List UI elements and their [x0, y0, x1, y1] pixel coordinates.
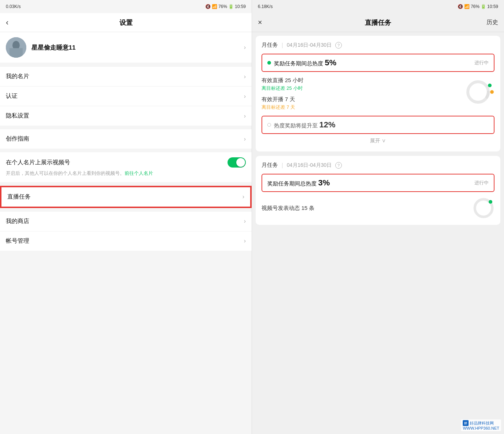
toggle-label: 在个人名片上展示视频号	[6, 159, 70, 166]
time-left: 10:59	[235, 4, 246, 9]
status-bar-left: 0.03K/s 🔇 📶 76% 🔋 10:59	[0, 0, 252, 13]
battery-left: 76%	[218, 4, 227, 9]
help-icon-2[interactable]: ?	[335, 162, 342, 169]
progress-item-1: 有效直播 25 小时 离目标还差 25 小时	[261, 77, 461, 92]
mute-icon-r: 🔇	[458, 4, 463, 9]
battery-icon-left: 🔋	[228, 4, 234, 9]
menu-item-privacy[interactable]: 隐私设置 ›	[0, 106, 252, 126]
menu-item-guide[interactable]: 创作指南 ›	[0, 129, 252, 149]
live-task-content: 月任务 | 04月16日-04月30日 ? 奖励任务期间总热度 5% 进行中 有…	[252, 32, 504, 434]
right-phone: 6.18K/s 🔇 📶 76% 🔋 10:59 × 直播任务 历史 月任务 | …	[252, 0, 504, 434]
watermark: 好 好品牌科技网 WWW.HPP360.NET	[461, 419, 501, 431]
reward-dot-empty	[267, 123, 271, 127]
menu-group-4: 我的商店 › 帐号管理 ›	[0, 212, 252, 251]
month-label-1: 月任务	[261, 42, 278, 49]
menu-item-auth[interactable]: 认证 ›	[0, 87, 252, 106]
progress-title-1: 有效直播 25 小时	[261, 77, 461, 84]
status-bar-right: 6.18K/s 🔇 📶 76% 🔋 10:59	[252, 0, 504, 13]
profile-section: 星星偷走睡意11 ›	[0, 32, 252, 63]
task-status-2: 进行中	[474, 180, 489, 186]
watermark-url: WWW.HPP360.NET	[463, 426, 499, 430]
month-label-2: 月任务	[261, 162, 278, 169]
toggle-section: 在个人名片上展示视频号 开启后，其他人可以在你的个人名片上看到你的视频号。前往个…	[0, 152, 252, 182]
donut-dot-green	[488, 84, 492, 87]
close-button[interactable]: ×	[258, 18, 262, 27]
menu-group-1: 我的名片 › 认证 › 隐私设置 ›	[0, 67, 252, 126]
task-status-1: 进行中	[474, 59, 489, 66]
task-card-2: 月任务 | 04月16日-04月30日 ? 奖励任务期间总热度 3% 进行中 视…	[256, 156, 500, 225]
toggle-switch[interactable]	[228, 157, 246, 168]
task-text-1: 奖励任务期间总热度 5%	[274, 58, 474, 68]
task-text-2: 奖励任务期间总热度 3%	[267, 178, 474, 188]
progress-item-2: 有效开播 7 天 离目标还差 7 天	[261, 96, 461, 111]
network-speed-left: 0.03K/s	[6, 4, 21, 9]
progress-title-2: 有效开播 7 天	[261, 96, 461, 103]
menu-group-2: 创作指南 ›	[0, 129, 252, 149]
donut2-container	[473, 197, 495, 219]
progress-subtitle-1: 离目标还差 25 小时	[261, 85, 461, 92]
menu-item-account[interactable]: 帐号管理 ›	[0, 231, 252, 251]
progress-area-1: 有效直播 25 小时 离目标还差 25 小时 有效开播 7 天 离目标还差 7 …	[261, 77, 495, 111]
battery-icon-right: 🔋	[481, 4, 486, 9]
task-dot-green-1	[267, 61, 271, 65]
status-icons-left: 🔇 📶 76% 🔋 10:59	[205, 4, 246, 9]
task-highlight-1: 奖励任务期间总热度 5% 进行中	[261, 54, 495, 72]
expand-button[interactable]: 展开 ∨	[261, 134, 495, 146]
battery-right: 76%	[471, 4, 480, 9]
toggle-desc: 开启后，其他人可以在你的个人名片上看到你的视频号。前往个人名片	[6, 170, 246, 177]
live-task-nav: × 直播任务 历史	[252, 13, 504, 32]
task-highlight-2: 奖励任务期间总热度 3% 进行中	[261, 174, 495, 192]
profile-name: 星星偷走睡意11	[31, 43, 244, 52]
svg-point-4	[468, 82, 488, 102]
settings-title: 设置	[119, 18, 133, 27]
left-phone: 0.03K/s 🔇 📶 76% 🔋 10:59 ‹ 设置	[0, 0, 252, 434]
task-header-2: 月任务 | 04月16日-04月30日 ?	[261, 162, 495, 169]
watermark-brand: 好品牌科技网	[470, 420, 494, 426]
menu-item-live-task[interactable]: 直播任务 ›	[1, 187, 251, 207]
progress2-title-1: 视频号发表动态 15 条	[261, 205, 468, 212]
menu-item-shop[interactable]: 我的商店 ›	[0, 212, 252, 231]
svg-rect-3	[9, 48, 23, 58]
task-header-1: 月任务 | 04月16日-04月30日 ?	[261, 42, 495, 49]
reward-row-1: 热度奖励将提升至 12%	[261, 116, 495, 134]
profile-item[interactable]: 星星偷走睡意11 ›	[0, 32, 252, 63]
help-icon-1[interactable]: ?	[335, 42, 342, 49]
donut2-dot	[489, 200, 492, 204]
watermark-icon: 好	[463, 420, 469, 426]
divider: |	[282, 42, 283, 49]
donut-svg	[465, 79, 491, 105]
divider2: |	[282, 162, 283, 169]
avatar	[6, 37, 26, 58]
profile-arrow: ›	[244, 44, 246, 51]
mute-icon: 🔇	[205, 4, 211, 9]
date-range-1: 04月16日-04月30日	[287, 42, 332, 49]
settings-nav: ‹ 设置	[0, 13, 252, 32]
progress-subtitle-2: 离目标还差 7 天	[261, 104, 461, 111]
menu-group-3: 直播任务 ›	[0, 186, 252, 208]
date-range-2: 04月16日-04月30日	[287, 162, 332, 169]
settings-content: 星星偷走睡意11 › 我的名片 › 认证 › 隐私设置 › 创作指南 ›	[0, 32, 252, 434]
progress2-item-1: 视频号发表动态 15 条	[261, 197, 495, 219]
wifi-icon: 📶	[212, 4, 217, 9]
network-speed-right: 6.18K/s	[258, 4, 273, 9]
status-icons-right: 🔇 📶 76% 🔋 10:59	[458, 4, 498, 9]
task-card-1: 月任务 | 04月16日-04月30日 ? 奖励任务期间总热度 5% 进行中 有…	[256, 36, 500, 151]
donut-chart	[465, 79, 495, 108]
progress-items-1: 有效直播 25 小时 离目标还差 25 小时 有效开播 7 天 离目标还差 7 …	[261, 77, 461, 111]
live-task-title: 直播任务	[365, 18, 391, 27]
history-button[interactable]: 历史	[486, 19, 498, 26]
reward-text-1: 热度奖励将提升至 12%	[274, 120, 335, 130]
toggle-link[interactable]: 前往个人名片	[125, 170, 153, 176]
menu-item-namecard[interactable]: 我的名片 ›	[0, 67, 252, 87]
back-button[interactable]: ‹	[6, 18, 8, 27]
donut-dot-yellow	[490, 90, 494, 94]
time-right: 10:59	[487, 4, 498, 9]
wifi-icon-r: 📶	[464, 4, 470, 9]
